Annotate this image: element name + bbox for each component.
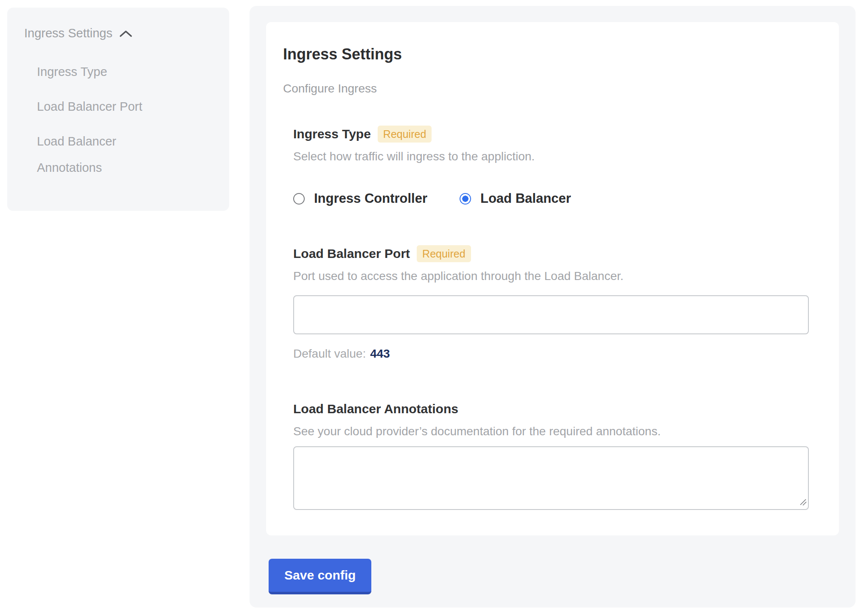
group-label-load-balancer-port: Load Balancer Port (293, 246, 410, 261)
default-value: 443 (370, 347, 390, 360)
required-badge: Required (417, 245, 471, 262)
chevron-up-icon (119, 28, 132, 38)
sidebar: Ingress Settings Ingress Type Load Balan… (7, 8, 229, 211)
group-label-row: Load Balancer Port Required (293, 245, 812, 262)
radio-label-load-balancer: Load Balancer (480, 191, 571, 206)
radio-ingress-controller[interactable] (293, 193, 305, 204)
required-badge: Required (378, 126, 432, 143)
sidebar-nav: Ingress Type Load Balancer Port Load Bal… (37, 59, 216, 181)
resize-handle-icon[interactable] (799, 498, 807, 508)
textarea-wrap (293, 446, 809, 510)
default-value-line: Default value:443 (293, 347, 812, 361)
sidebar-group-label: Ingress Settings (24, 25, 112, 42)
default-value-label: Default value: (293, 347, 366, 360)
radio-option-load-balancer[interactable]: Load Balancer (460, 191, 571, 206)
save-config-button[interactable]: Save config (269, 559, 371, 594)
sidebar-group-toggle[interactable]: Ingress Settings (24, 25, 216, 42)
config-card: Ingress Settings Configure Ingress Ingre… (266, 22, 839, 535)
radio-option-ingress-controller[interactable]: Ingress Controller (293, 191, 427, 206)
config-group-load-balancer-annotations: Load Balancer Annotations See your cloud… (293, 400, 812, 510)
config-group-ingress-type: Ingress Type Required Select how traffic… (293, 126, 812, 206)
group-label-load-balancer-annotations: Load Balancer Annotations (293, 402, 458, 416)
group-label-row: Load Balancer Annotations (293, 400, 812, 417)
group-help-load-balancer-annotations: See your cloud provider’s documentation … (293, 423, 812, 440)
load-balancer-port-input[interactable] (293, 295, 809, 334)
load-balancer-annotations-textarea[interactable] (293, 446, 809, 510)
radio-load-balancer[interactable] (460, 193, 471, 204)
group-help-load-balancer-port: Port used to access the application thro… (293, 268, 812, 284)
config-groups: Ingress Type Required Select how traffic… (293, 126, 812, 510)
page-subtitle: Configure Ingress (283, 81, 812, 96)
radio-label-ingress-controller: Ingress Controller (314, 191, 427, 206)
sidebar-item-load-balancer-annotations[interactable]: Load Balancer Annotations (37, 128, 183, 181)
group-help-ingress-type: Select how traffic will ingress to the a… (293, 148, 812, 165)
group-label-ingress-type: Ingress Type (293, 127, 371, 141)
ingress-type-radio-group: Ingress Controller Load Balancer (293, 191, 812, 206)
page-title: Ingress Settings (283, 46, 812, 63)
main-panel: Ingress Settings Configure Ingress Ingre… (250, 6, 856, 608)
sidebar-item-ingress-type[interactable]: Ingress Type (37, 59, 183, 85)
sidebar-item-load-balancer-port[interactable]: Load Balancer Port (37, 93, 183, 120)
group-label-row: Ingress Type Required (293, 126, 812, 143)
config-group-load-balancer-port: Load Balancer Port Required Port used to… (293, 245, 812, 361)
